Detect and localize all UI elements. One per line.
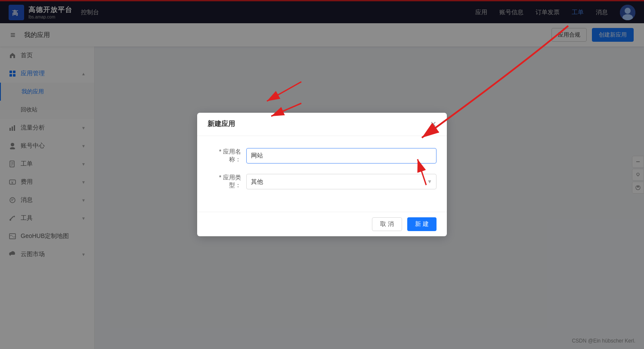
dialog-footer: 取 消 新 建 bbox=[197, 212, 447, 236]
dialog-close-button[interactable]: ✕ bbox=[430, 120, 437, 128]
dialog-title: 新建应用 bbox=[207, 120, 235, 129]
app-name-row: * 应用名称： bbox=[207, 148, 437, 164]
dialog: 新建应用 ✕ * 应用名称： * 应用类型： Web端(JS API) 移动端 … bbox=[197, 113, 447, 236]
app-type-label: * 应用类型： bbox=[207, 174, 246, 189]
cancel-button[interactable]: 取 消 bbox=[372, 217, 402, 231]
dialog-overlay: 新建应用 ✕ * 应用名称： * 应用类型： Web端(JS API) 移动端 … bbox=[0, 0, 644, 349]
app-type-row: * 应用类型： Web端(JS API) 移动端 服务端 其他 ▼ bbox=[207, 174, 437, 189]
confirm-button[interactable]: 新 建 bbox=[407, 217, 437, 231]
svg-line-27 bbox=[267, 82, 301, 101]
dialog-body: * 应用名称： * 应用类型： Web端(JS API) 移动端 服务端 其他 … bbox=[197, 136, 447, 212]
app-name-label: * 应用名称： bbox=[207, 148, 246, 164]
app-type-select-wrapper: Web端(JS API) 移动端 服务端 其他 ▼ bbox=[246, 174, 437, 189]
app-name-input[interactable] bbox=[246, 148, 437, 164]
app-type-select[interactable]: Web端(JS API) 移动端 服务端 其他 bbox=[246, 174, 437, 189]
dialog-header: 新建应用 ✕ bbox=[197, 113, 447, 136]
